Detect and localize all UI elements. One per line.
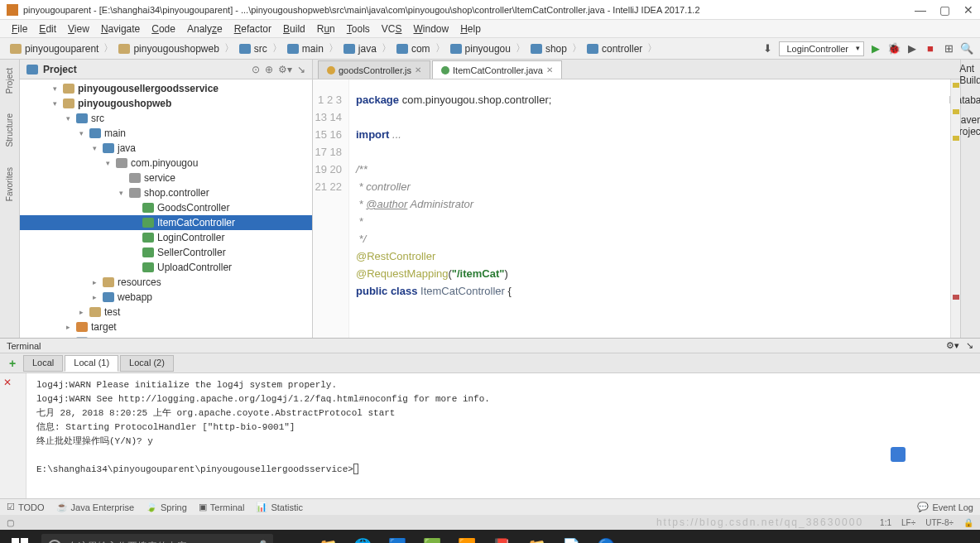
wechat-icon[interactable]: 🟩 (417, 533, 447, 543)
pdf-icon[interactable]: 📄 (556, 533, 586, 543)
terminal-tab[interactable]: Local (23, 355, 63, 372)
tool-java-enterprise[interactable]: ☕ Java Enterprise (56, 502, 134, 512)
menu-run[interactable]: Run (312, 22, 340, 36)
menu-help[interactable]: Help (455, 22, 486, 36)
tree-node[interactable]: service (20, 171, 312, 185)
collapse-icon[interactable]: ⊙ (252, 64, 260, 75)
maximize-icon[interactable]: ▢ (939, 3, 950, 17)
crumb-2[interactable]: src (236, 43, 271, 55)
app-icon-3[interactable]: 📁 (521, 533, 551, 543)
tool-statistic[interactable]: 📊 Statistic (256, 502, 303, 512)
gear-icon[interactable]: ⚙▾ (946, 340, 959, 351)
terminal-output[interactable]: log4j:WARN Please initialize the log4j s… (26, 373, 980, 498)
menu-code[interactable]: Code (147, 22, 180, 36)
editor-tab[interactable]: goodsController.js✕ (318, 60, 430, 79)
minimize-icon[interactable]: — (915, 3, 926, 17)
tree-node[interactable]: ▸webapp (20, 290, 312, 305)
menu-analyze[interactable]: Analyze (182, 22, 228, 36)
tree-node[interactable]: SellerController (20, 245, 312, 260)
app-icon-2[interactable]: 📕 (487, 533, 516, 543)
hide-icon[interactable]: ↘ (297, 64, 305, 75)
tree-node[interactable]: ▾com.pinyougou (20, 156, 312, 171)
status-square-icon[interactable]: ▢ (7, 518, 14, 527)
marker-warn[interactable] (953, 109, 959, 114)
marker-error[interactable] (953, 295, 959, 300)
encoding[interactable]: UTF-8÷ (925, 518, 954, 527)
stop-icon[interactable]: ■ (924, 42, 937, 55)
crumb-6[interactable]: pinyougou (447, 43, 514, 55)
terminal-tab[interactable]: Local (2) (120, 355, 174, 372)
rail-ant[interactable]: Ant Build (959, 63, 980, 86)
tool-spring[interactable]: 🍃 Spring (146, 502, 187, 512)
lock-icon[interactable]: 🔒 (963, 518, 973, 527)
marker-warn[interactable] (953, 136, 959, 141)
start-button[interactable] (3, 533, 36, 543)
explorer-icon[interactable]: 📁 (313, 533, 343, 543)
target-icon[interactable]: ⊕ (265, 64, 273, 75)
menu-vcs[interactable]: VCS (377, 22, 407, 36)
menu-refactor[interactable]: Refactor (229, 22, 276, 36)
tree-node[interactable]: ▾shop.controller (20, 185, 312, 200)
crumb-5[interactable]: com (393, 43, 434, 55)
tree-node[interactable]: LoginController (20, 230, 312, 245)
menu-tools[interactable]: Tools (342, 22, 375, 36)
caret-position[interactable]: 1:1 (880, 518, 891, 527)
app-icon-1[interactable]: 🟧 (452, 533, 482, 543)
crumb-7[interactable]: shop (527, 43, 570, 55)
menu-window[interactable]: Window (408, 22, 454, 36)
edge-icon[interactable]: 🟦 (382, 533, 412, 543)
editor-body[interactable]: 1 2 3 13 14 15 16 17 18 19 20 21 22 pack… (313, 79, 960, 338)
run-config-dropdown[interactable]: LoginController (779, 41, 864, 56)
tree-node[interactable]: ▸target (20, 320, 312, 334)
rail-structure[interactable]: Structure (5, 108, 14, 152)
line-ending[interactable]: LF÷ (901, 518, 915, 527)
tree-node[interactable]: ▸test (20, 305, 312, 320)
close-icon[interactable]: ✕ (963, 3, 973, 17)
tree-node[interactable]: ItemCatController (20, 215, 312, 230)
chrome-icon[interactable]: 🌐 (348, 533, 377, 543)
mic-icon[interactable]: 🎤 (252, 540, 267, 543)
tree-node[interactable]: ▾pinyougoushopweb (20, 96, 312, 111)
menu-file[interactable]: File (7, 22, 32, 36)
terminal-tab[interactable]: Local (1) (65, 355, 118, 372)
gear-icon[interactable]: ⚙▾ (278, 64, 292, 75)
taskview-icon[interactable]: ▭ (278, 533, 308, 543)
editor-tab[interactable]: ItemCatController.java✕ (432, 60, 562, 79)
tool-todo[interactable]: ☑ TODO (7, 502, 45, 512)
app-icon-4[interactable]: 🔵 (591, 533, 621, 543)
structure-icon[interactable]: ⊞ (942, 42, 955, 55)
tree-node[interactable]: ▾java (20, 141, 312, 156)
tool-terminal[interactable]: ▣ Terminal (199, 502, 245, 512)
run-icon[interactable]: ▶ (869, 42, 882, 55)
menu-build[interactable]: Build (278, 22, 310, 36)
search-icon[interactable]: 🔍 (960, 42, 973, 55)
marker-strip[interactable] (950, 79, 960, 338)
tree-node[interactable]: ▾main (20, 126, 312, 141)
tree-node[interactable]: GoodsController (20, 200, 312, 215)
crumb-1[interactable]: pinyougoushopweb (115, 43, 222, 55)
marker-warn[interactable] (953, 83, 959, 88)
rail-favorites[interactable]: Favorites (5, 162, 14, 206)
build-icon[interactable]: ⬇ (761, 42, 774, 55)
menu-edit[interactable]: Edit (34, 22, 61, 36)
code-area[interactable]: package com.pinyougou.shop.controller; i… (349, 79, 950, 338)
add-terminal-button[interactable]: + (5, 357, 20, 370)
crumb-3[interactable]: main (284, 43, 327, 55)
close-terminal-button[interactable]: ✕ (0, 377, 15, 388)
debug-icon[interactable]: 🐞 (887, 42, 901, 55)
menu-navigate[interactable]: Navigate (96, 22, 145, 36)
tree-node[interactable]: ▾src (20, 111, 312, 126)
tree-node[interactable]: UploadController (20, 260, 312, 275)
hide-icon[interactable]: ↘ (966, 340, 973, 351)
project-tree[interactable]: ▾pinyougousellergoodsservice▾pinyougoush… (20, 79, 312, 338)
crumb-0[interactable]: pinyougouparent (7, 43, 102, 55)
rail-project[interactable]: Project (5, 63, 14, 99)
crumb-4[interactable]: java (340, 43, 380, 55)
tree-node[interactable]: ▸resources (20, 275, 312, 290)
event-log-button[interactable]: 💬 Event Log (917, 502, 973, 512)
coverage-icon[interactable]: ▶ (906, 42, 919, 55)
crumb-8[interactable]: controller (584, 43, 646, 55)
tree-node[interactable]: ▾pinyougousellergoodsservice (20, 81, 312, 96)
menu-view[interactable]: View (63, 22, 94, 36)
taskbar-search[interactable]: 在这里输入你要搜索的内容 🎤 (41, 534, 273, 543)
